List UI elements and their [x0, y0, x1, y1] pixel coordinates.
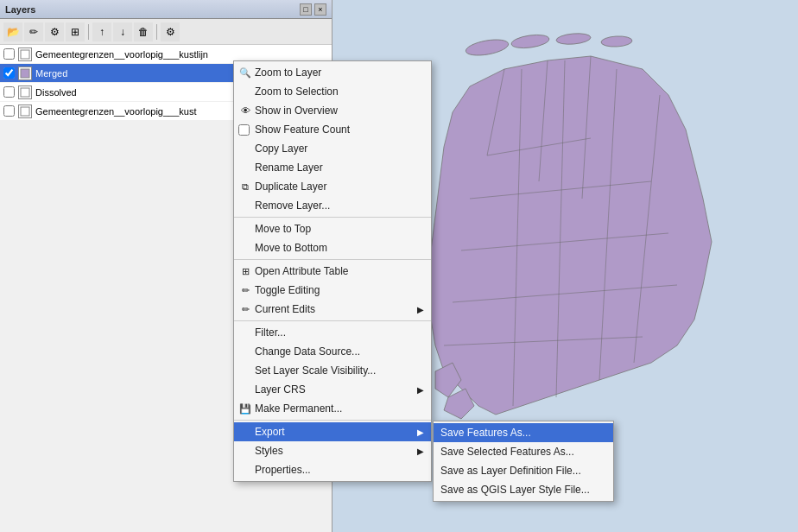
menu-zoom-to-selection-label: Zoom to Selection — [255, 86, 339, 98]
toolbar-separator-2 — [156, 24, 157, 40]
close-button[interactable]: × — [314, 3, 326, 16]
menu-zoom-to-layer[interactable]: 🔍 Zoom to Layer — [234, 63, 431, 82]
menu-move-to-bottom-label: Move to Bottom — [255, 242, 327, 254]
layers-toolbar: 📂 ✏ ⚙ ⊞ ↑ ↓ 🗑 ⚙ — [0, 19, 332, 45]
menu-export-label: Export — [255, 426, 285, 438]
menu-toggle-editing-label: Toggle Editing — [255, 284, 320, 296]
menu-layer-crs-label: Layer CRS — [255, 383, 306, 396]
menu-current-edits[interactable]: ✏ Current Edits ▶ — [234, 300, 431, 319]
styles-arrow: ▶ — [417, 446, 424, 456]
menu-remove-layer-label: Remove Layer... — [255, 200, 330, 212]
menu-rename-layer[interactable]: Rename Layer — [234, 158, 431, 177]
layer-icon-kustlijn — [18, 48, 32, 61]
menu-current-edits-label: Current Edits — [255, 303, 315, 315]
menu-copy-layer[interactable]: Copy Layer — [234, 139, 431, 158]
svg-point-1 — [510, 33, 550, 50]
digitize-button[interactable]: ✏ — [24, 22, 43, 41]
layer-icon-kust — [18, 104, 32, 118]
menu-toggle-editing[interactable]: ✏ Toggle Editing — [234, 281, 431, 300]
menu-separator-2 — [234, 259, 431, 260]
open-layer-button[interactable]: 📂 — [3, 22, 22, 41]
menu-separator-1 — [234, 217, 431, 218]
layer-crs-arrow: ▶ — [417, 385, 424, 395]
attribute-table-icon: ⊞ — [238, 264, 252, 278]
menu-separator-4 — [234, 420, 431, 421]
layer-checkbox-kustlijn[interactable] — [3, 48, 15, 60]
make-permanent-icon: 💾 — [238, 402, 252, 415]
menu-show-feature-count-label: Show Feature Count — [255, 124, 350, 136]
layer-checkbox-dissolved[interactable] — [3, 86, 15, 98]
menu-move-to-top-label: Move to Top — [255, 223, 311, 235]
svg-point-0 — [465, 37, 510, 58]
layer-icon-dissolved — [18, 86, 32, 99]
move-down-button[interactable]: ↓ — [113, 22, 132, 41]
context-menu: 🔍 Zoom to Layer Zoom to Selection 👁 Show… — [233, 60, 432, 482]
submenu-save-features-as-label: Save Features As... — [440, 427, 531, 439]
layer-name-kustlijn: Gemeentegrenzen__voorlopig___kustlijn — [35, 49, 208, 60]
settings-button[interactable]: ⚙ — [161, 22, 180, 41]
menu-change-data-source[interactable]: Change Data Source... — [234, 342, 431, 361]
layer-name-kust: Gemeentegrenzen__voorlopig___kust — [35, 106, 197, 117]
filter-button[interactable]: ⚙ — [45, 22, 64, 41]
menu-styles[interactable]: Styles ▶ — [234, 441, 431, 460]
menu-properties[interactable]: Properties... — [234, 460, 431, 479]
submenu-save-qgis-style-label: Save as QGIS Layer Style File... — [440, 484, 590, 496]
menu-duplicate-layer-label: Duplicate Layer — [255, 180, 326, 193]
layer-checkbox-merged[interactable] — [3, 67, 15, 79]
menu-set-layer-scale-label: Set Layer Scale Visibility... — [255, 364, 376, 377]
svg-rect-16 — [21, 50, 29, 59]
menu-separator-3 — [234, 320, 431, 321]
svg-rect-18 — [21, 88, 29, 97]
menu-zoom-to-selection[interactable]: Zoom to Selection — [234, 82, 431, 101]
toggle-editing-icon: ✏ — [238, 283, 252, 297]
menu-move-to-top[interactable]: Move to Top — [234, 219, 431, 238]
export-item-wrapper: Export ▶ Save Features As... Save Select… — [234, 422, 431, 441]
zoom-to-layer-icon: 🔍 — [238, 66, 252, 79]
layer-icon-merged — [18, 66, 32, 80]
submenu-save-layer-definition[interactable]: Save as Layer Definition File... — [434, 461, 613, 480]
menu-open-attribute-table[interactable]: ⊞ Open Attribute Table — [234, 262, 431, 281]
submenu-save-qgis-style[interactable]: Save as QGIS Layer Style File... — [434, 480, 613, 499]
export-submenu: Save Features As... Save Selected Featur… — [433, 421, 614, 502]
menu-make-permanent[interactable]: 💾 Make Permanent... — [234, 399, 431, 418]
svg-point-2 — [556, 32, 592, 45]
menu-layer-crs[interactable]: Layer CRS ▶ — [234, 380, 431, 399]
menu-duplicate-layer[interactable]: ⧉ Duplicate Layer — [234, 177, 431, 196]
current-edits-arrow: ▶ — [417, 305, 424, 314]
menu-properties-label: Properties... — [255, 464, 311, 476]
toolbar-separator-1 — [88, 24, 89, 40]
layers-titlebar: Layers □ × — [0, 0, 332, 19]
show-feature-count-checkbox[interactable] — [238, 124, 250, 136]
menu-filter-label: Filter... — [255, 326, 286, 339]
minimize-button[interactable]: □ — [300, 3, 312, 16]
layers-title: Layers — [5, 4, 35, 15]
remove-button[interactable]: 🗑 — [134, 22, 153, 41]
show-overview-icon: 👁 — [238, 104, 252, 117]
menu-show-in-overview-label: Show in Overview — [255, 104, 338, 117]
menu-export[interactable]: Export ▶ — [234, 422, 431, 441]
expand-all-button[interactable]: ⊞ — [66, 22, 85, 41]
menu-change-data-source-label: Change Data Source... — [255, 345, 360, 358]
svg-point-3 — [601, 35, 633, 48]
layer-checkbox-kust[interactable] — [3, 105, 15, 117]
menu-rename-layer-label: Rename Layer — [255, 162, 323, 174]
menu-open-attribute-table-label: Open Attribute Table — [255, 265, 349, 277]
menu-copy-layer-label: Copy Layer — [255, 142, 307, 155]
submenu-save-selected-features[interactable]: Save Selected Features As... — [434, 442, 613, 461]
layer-name-dissolved: Dissolved — [35, 87, 77, 98]
svg-rect-19 — [21, 107, 29, 116]
duplicate-layer-icon: ⧉ — [238, 180, 252, 193]
menu-zoom-to-layer-label: Zoom to Layer — [255, 66, 321, 79]
menu-make-permanent-label: Make Permanent... — [255, 402, 342, 415]
menu-move-to-bottom[interactable]: Move to Bottom — [234, 238, 431, 257]
svg-rect-17 — [21, 69, 29, 78]
submenu-save-selected-features-label: Save Selected Features As... — [440, 446, 574, 458]
move-up-button[interactable]: ↑ — [92, 22, 111, 41]
menu-remove-layer[interactable]: Remove Layer... — [234, 196, 431, 215]
submenu-save-features-as[interactable]: Save Features As... — [434, 423, 613, 442]
menu-show-feature-count[interactable]: Show Feature Count — [234, 120, 431, 139]
menu-filter[interactable]: Filter... — [234, 323, 431, 342]
current-edits-icon: ✏ — [238, 302, 252, 316]
menu-show-in-overview[interactable]: 👁 Show in Overview — [234, 101, 431, 120]
menu-set-layer-scale[interactable]: Set Layer Scale Visibility... — [234, 361, 431, 380]
